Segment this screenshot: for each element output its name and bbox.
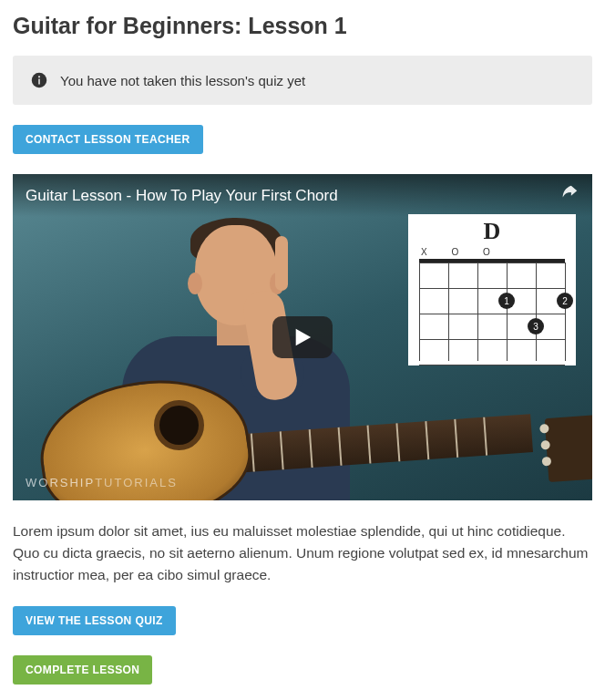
svg-point-2	[38, 76, 40, 77]
guitar-head	[545, 415, 592, 482]
page-title: Guitar for Beginners: Lesson 1	[13, 13, 592, 39]
svg-rect-1	[38, 79, 40, 85]
guitar-sound-hole	[154, 400, 204, 450]
share-icon[interactable]	[559, 183, 579, 208]
contact-teacher-button[interactable]: Contact Lesson Teacher	[13, 125, 203, 154]
video-title: Guitar Lesson - How To Play Your First C…	[26, 187, 338, 205]
chord-name: D	[417, 218, 567, 245]
view-quiz-button[interactable]: View the Lesson Quiz	[13, 606, 176, 635]
chord-diagram: D X O O 123	[408, 214, 576, 365]
chord-dot: 1	[498, 293, 515, 309]
complete-lesson-button[interactable]: Complete Lesson	[13, 655, 152, 685]
lesson-description: Lorem ipsum dolor sit amet, ius eu malui…	[13, 520, 592, 586]
quiz-notice-text: You have not taken this lesson's quiz ye…	[60, 73, 305, 88]
lesson-video[interactable]: Guitar Lesson - How To Play Your First C…	[13, 174, 592, 500]
play-button[interactable]	[272, 316, 333, 358]
info-icon	[31, 72, 47, 88]
quiz-notice: You have not taken this lesson's quiz ye…	[13, 56, 592, 105]
chord-dot: 3	[528, 318, 544, 335]
chord-dot: 2	[557, 293, 573, 309]
chord-top-marks: X O O	[417, 247, 567, 257]
video-watermark: WORSHIPTUTORIALS	[26, 476, 178, 489]
